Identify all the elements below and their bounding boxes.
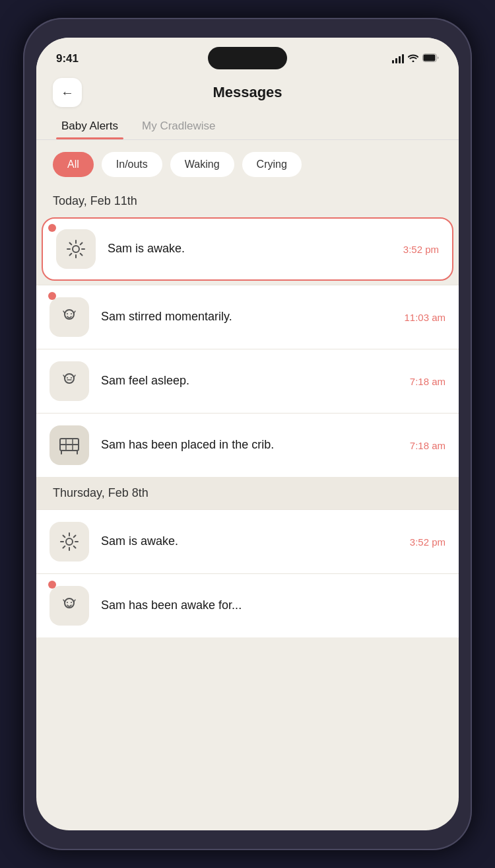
message-time-3: 7:18 am [410, 376, 446, 387]
svg-point-23 [66, 538, 73, 545]
message-list: Today, Feb 11th [36, 189, 459, 637]
message-item-6-wrapper: Sam has been awake for... [36, 574, 459, 637]
message-icon-crib-1 [50, 425, 89, 465]
status-time: 9:41 [56, 52, 79, 65]
message-text-2: Sam stirred momentarily. [101, 308, 396, 325]
svg-line-9 [81, 243, 82, 245]
message-icon-baby-3 [50, 586, 89, 626]
message-item-2[interactable]: Sam stirred momentarily. 11:03 am [36, 285, 459, 349]
svg-line-31 [63, 546, 65, 548]
date-header-today: Today, Feb 11th [36, 189, 459, 217]
status-icons [392, 54, 439, 64]
svg-line-29 [74, 546, 76, 548]
unread-dot-2 [48, 292, 56, 300]
svg-line-8 [81, 254, 82, 256]
message-text-4: Sam has been placed in the crib. [101, 437, 402, 453]
svg-point-16 [71, 377, 72, 379]
message-icon-sun-1 [56, 229, 96, 269]
svg-point-14 [65, 374, 74, 383]
message-item-4[interactable]: Sam has been placed in the crib. 7:18 am [36, 414, 459, 477]
svg-line-10 [70, 254, 72, 256]
back-arrow-icon: ← [61, 85, 74, 100]
svg-point-13 [71, 313, 72, 314]
message-item-5[interactable]: Sam is awake. 3:52 pm [36, 510, 459, 573]
message-icon-sun-2 [50, 522, 89, 561]
svg-point-34 [71, 602, 72, 603]
message-text-1: Sam is awake. [108, 240, 395, 257]
message-time-4: 7:18 am [410, 440, 446, 451]
svg-rect-1 [424, 55, 436, 61]
wifi-icon [408, 54, 418, 64]
message-time-2: 11:03 am [404, 312, 446, 323]
bottom-safe-area [36, 637, 459, 657]
unread-dot-6 [48, 581, 56, 589]
svg-point-2 [73, 246, 79, 252]
message-item-6[interactable]: Sam has been awake for... [36, 574, 459, 637]
battery-icon [422, 54, 439, 64]
unread-dot [48, 224, 56, 232]
message-text-5: Sam is awake. [101, 533, 402, 550]
header: ← Messages [36, 71, 459, 108]
chip-crying[interactable]: Crying [242, 152, 302, 177]
chip-waking[interactable]: Waking [170, 152, 234, 177]
date-header-thursday: Thursday, Feb 8th [36, 477, 459, 509]
dynamic-island [208, 47, 287, 69]
message-item-highlighted[interactable]: Sam is awake. 3:52 pm [42, 217, 453, 281]
message-icon-baby-1 [50, 297, 89, 337]
tab-my-cradlewise[interactable]: My Cradlewise [137, 113, 220, 139]
tab-baby-alerts[interactable]: Baby Alerts [56, 113, 123, 139]
message-icon-baby-2 [50, 361, 89, 401]
highlighted-row: Sam is awake. 3:52 pm [42, 217, 453, 281]
back-button[interactable]: ← [53, 78, 82, 107]
message-time-1: 3:52 pm [403, 244, 439, 255]
tabs-container: Baby Alerts My Cradlewise [36, 108, 459, 139]
svg-point-15 [67, 377, 68, 379]
message-item-3[interactable]: Sam feel asleep. 7:18 am [36, 349, 459, 413]
phone-frame: 9:41 [23, 18, 472, 850]
chip-inouts[interactable]: In/outs [102, 152, 162, 177]
signal-icon [392, 54, 404, 63]
svg-point-12 [67, 313, 68, 314]
svg-line-30 [74, 536, 76, 538]
svg-point-33 [67, 602, 68, 603]
page-title: Messages [213, 84, 282, 101]
svg-line-7 [70, 243, 72, 245]
filter-chips: All In/outs Waking Crying [36, 140, 459, 189]
svg-line-28 [63, 536, 65, 538]
message-text-3: Sam feel asleep. [101, 373, 402, 389]
chip-all[interactable]: All [53, 152, 94, 177]
message-item-2-wrapper: Sam stirred momentarily. 11:03 am [36, 285, 459, 349]
message-time-5: 3:52 pm [410, 536, 446, 548]
message-text-6: Sam has been awake for... [101, 597, 446, 614]
phone-screen: 9:41 [36, 38, 459, 830]
